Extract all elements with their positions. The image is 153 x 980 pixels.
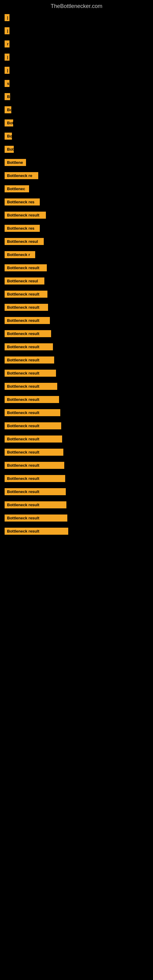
bottleneck-bar-4: | bbox=[5, 54, 10, 60]
bar-row-10: Bo bbox=[5, 133, 148, 142]
bar-row-27: Bottleneck result bbox=[5, 356, 148, 366]
bottleneck-bar-34: Bottleneck result bbox=[5, 449, 63, 456]
bottleneck-bar-8: Bo bbox=[5, 106, 11, 113]
bar-row-29: Bottleneck result bbox=[5, 383, 148, 392]
bar-row-25: Bottleneck result bbox=[5, 330, 148, 340]
bar-row-11: Bot bbox=[5, 146, 148, 155]
bottleneck-bar-25: Bottleneck result bbox=[5, 330, 51, 337]
bar-row-19: Bottleneck r bbox=[5, 251, 148, 261]
bar-row-4: | bbox=[5, 54, 148, 63]
bottleneck-bar-15: Bottleneck res bbox=[5, 199, 40, 205]
bottleneck-bar-7: B bbox=[5, 93, 10, 100]
bar-row-40: Bottleneck result bbox=[5, 528, 148, 537]
bottleneck-bar-38: Bottleneck result bbox=[5, 501, 66, 508]
bottleneck-bar-2: | bbox=[5, 27, 10, 34]
bar-row-22: Bottleneck result bbox=[5, 291, 148, 300]
bottleneck-bar-21: Bottleneck resul bbox=[5, 277, 45, 285]
bar-row-13: Bottleneck re bbox=[5, 172, 148, 181]
bottleneck-bar-17: Bottleneck res bbox=[5, 225, 40, 232]
bottleneck-bar-26: Bottleneck result bbox=[5, 343, 53, 350]
bottleneck-bar-29: Bottleneck result bbox=[5, 383, 57, 390]
bottleneck-bar-16: Bottleneck result bbox=[5, 212, 46, 219]
bottleneck-bar-6: s bbox=[5, 80, 10, 87]
content-area: ||r||sBBoBotBoBotBottleneBottleneck reBo… bbox=[0, 11, 153, 544]
bar-row-20: Bottleneck result bbox=[5, 264, 148, 274]
bottleneck-bar-33: Bottleneck result bbox=[5, 436, 62, 442]
bottleneck-bar-10: Bo bbox=[5, 133, 12, 140]
bottleneck-bar-12: Bottlene bbox=[5, 159, 26, 166]
bottleneck-bar-40: Bottleneck result bbox=[5, 528, 68, 535]
bar-row-35: Bottleneck result bbox=[5, 462, 148, 471]
bottleneck-bar-30: Bottleneck result bbox=[5, 396, 59, 403]
bottleneck-bar-32: Bottleneck result bbox=[5, 422, 61, 430]
bottleneck-bar-28: Bottleneck result bbox=[5, 370, 56, 377]
bar-row-17: Bottleneck res bbox=[5, 225, 148, 234]
bottleneck-bar-13: Bottleneck re bbox=[5, 172, 38, 179]
bottleneck-bar-24: Bottleneck result bbox=[5, 317, 50, 324]
bar-row-38: Bottleneck result bbox=[5, 501, 148, 511]
bar-row-16: Bottleneck result bbox=[5, 212, 148, 221]
bar-row-39: Bottleneck result bbox=[5, 514, 148, 524]
bottleneck-bar-1: | bbox=[5, 14, 10, 21]
bar-row-36: Bottleneck result bbox=[5, 475, 148, 485]
bottleneck-bar-18: Bottleneck resul bbox=[5, 238, 44, 245]
bar-row-8: Bo bbox=[5, 106, 148, 116]
bottleneck-bar-19: Bottleneck r bbox=[5, 251, 35, 258]
bar-row-14: Bottlenec bbox=[5, 185, 148, 195]
bottleneck-bar-5: | bbox=[5, 67, 10, 74]
bar-row-7: B bbox=[5, 93, 148, 103]
site-title: TheBottlenecker.com bbox=[0, 0, 153, 11]
bar-row-34: Bottleneck result bbox=[5, 449, 148, 458]
bottleneck-bar-39: Bottleneck result bbox=[5, 514, 67, 522]
bar-row-23: Bottleneck result bbox=[5, 304, 148, 313]
bottleneck-bar-37: Bottleneck result bbox=[5, 488, 66, 495]
bottleneck-bar-23: Bottleneck result bbox=[5, 304, 48, 311]
bottleneck-bar-14: Bottlenec bbox=[5, 185, 29, 192]
bottleneck-bar-11: Bot bbox=[5, 146, 14, 153]
bar-row-24: Bottleneck result bbox=[5, 317, 148, 326]
bar-row-9: Bot bbox=[5, 119, 148, 129]
bar-row-26: Bottleneck result bbox=[5, 343, 148, 353]
bar-row-3: r bbox=[5, 40, 148, 50]
bar-row-32: Bottleneck result bbox=[5, 422, 148, 432]
bar-row-15: Bottleneck res bbox=[5, 199, 148, 208]
bar-row-1: | bbox=[5, 14, 148, 24]
bar-row-28: Bottleneck result bbox=[5, 370, 148, 379]
bottleneck-bar-35: Bottleneck result bbox=[5, 462, 64, 469]
bottleneck-bar-9: Bot bbox=[5, 119, 13, 126]
bar-row-37: Bottleneck result bbox=[5, 488, 148, 498]
bar-row-5: | bbox=[5, 67, 148, 76]
bottleneck-bar-36: Bottleneck result bbox=[5, 475, 65, 482]
bottleneck-bar-20: Bottleneck result bbox=[5, 264, 47, 271]
bar-row-30: Bottleneck result bbox=[5, 396, 148, 406]
bar-row-2: | bbox=[5, 27, 148, 37]
bar-row-6: s bbox=[5, 80, 148, 89]
bar-row-12: Bottlene bbox=[5, 159, 148, 169]
bar-row-33: Bottleneck result bbox=[5, 436, 148, 445]
bottleneck-bar-27: Bottleneck result bbox=[5, 356, 54, 364]
bottleneck-bar-3: r bbox=[5, 40, 10, 48]
bar-row-21: Bottleneck resul bbox=[5, 277, 148, 287]
bar-row-18: Bottleneck resul bbox=[5, 238, 148, 247]
bar-row-31: Bottleneck result bbox=[5, 409, 148, 418]
bottleneck-bar-31: Bottleneck result bbox=[5, 409, 60, 416]
bottleneck-bar-22: Bottleneck result bbox=[5, 291, 48, 298]
